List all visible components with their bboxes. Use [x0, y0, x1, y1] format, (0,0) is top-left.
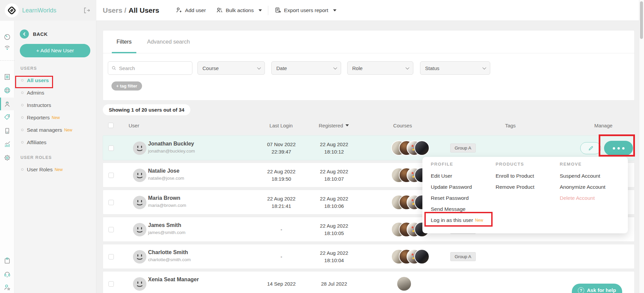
menu-item-log-in-as-this-user[interactable]: Log in as this userNew: [431, 215, 483, 226]
user-name[interactable]: James Smith: [148, 222, 185, 228]
logout-icon[interactable]: [83, 7, 90, 14]
menu-item-reset-password[interactable]: Reset Password: [431, 192, 483, 203]
my-account-clipboard-icon[interactable]: [0, 254, 14, 267]
menu-item-remove-product[interactable]: Remove Product: [496, 181, 534, 192]
row-checkbox[interactable]: [108, 200, 114, 205]
rail-divider: [0, 60, 14, 61]
menu-item-delete-account[interactable]: Delete Account: [560, 192, 605, 203]
sidebar-header: LearnWorlds: [0, 0, 96, 21]
back-button[interactable]: BACK: [20, 30, 96, 39]
header-courses: Courses: [372, 121, 433, 129]
scrollbar-thumb[interactable]: [640, 1, 643, 39]
menu-item-update-password[interactable]: Update Password: [431, 181, 483, 192]
menu-item-enroll-to-product[interactable]: Enroll to Product: [496, 170, 534, 181]
export-users-report-button[interactable]: Export users report: [274, 7, 336, 14]
add-new-user-button[interactable]: + Add New User: [20, 44, 90, 57]
date-dropdown[interactable]: Date: [271, 61, 341, 75]
bulk-actions-button[interactable]: Bulk actions: [216, 7, 262, 14]
user-name[interactable]: Xenia Seat Manager: [148, 277, 199, 283]
row-checkbox[interactable]: [108, 281, 114, 287]
registered-cell: 22 Aug 202218:10:06: [304, 190, 364, 215]
row-checkbox[interactable]: [108, 254, 114, 259]
learnworlds-logo-icon[interactable]: [5, 3, 19, 17]
news-document-icon[interactable]: [0, 70, 14, 83]
row-checkbox[interactable]: [108, 145, 114, 151]
icon-rail: [0, 21, 14, 293]
globe-site-icon[interactable]: [0, 84, 14, 97]
filter-tabs: Filters Advanced search: [103, 31, 634, 53]
header-user[interactable]: User: [129, 121, 139, 129]
tag-chip: Group A: [450, 143, 476, 153]
search-input[interactable]: [119, 65, 189, 71]
support-headset-icon[interactable]: [0, 268, 14, 280]
add-user-button[interactable]: Add user: [175, 7, 206, 14]
table-row[interactable]: Charlotte Smithcharlotte@smith.com - 22 …: [103, 244, 635, 269]
table-row[interactable]: Xenia Seat Manager 14 Sep 2022 28 Jul 20…: [103, 271, 635, 293]
sidebar-item-user-roles[interactable]: User Roles New: [20, 163, 96, 176]
sidebar-item-instructors[interactable]: Instructors: [20, 99, 96, 111]
menu-section-products: PRODUCTS: [496, 162, 534, 167]
avatar: [133, 250, 146, 263]
tag-filter-button[interactable]: + tag filter: [111, 81, 142, 91]
new-badge: New: [64, 128, 72, 132]
menu-item-suspend-account[interactable]: Suspend Account: [560, 170, 605, 181]
broadcast-wifi-icon[interactable]: [0, 41, 14, 54]
header-registered[interactable]: Registered: [304, 121, 364, 129]
sidebar-item-seat-managers[interactable]: Seat managers New: [20, 124, 96, 136]
caret-down-icon: [259, 9, 262, 11]
row-checkbox[interactable]: [108, 173, 114, 178]
tag-chip: Group A: [450, 252, 476, 261]
row-actions-button[interactable]: [604, 141, 633, 156]
row-checkbox[interactable]: [108, 227, 114, 232]
last-login-cell: 22 Aug 202218:19:50: [251, 163, 312, 188]
role-dropdown[interactable]: Role: [347, 61, 413, 75]
last-login-cell: -: [251, 217, 312, 242]
users-person-icon[interactable]: [0, 98, 14, 110]
ask-for-help-button[interactable]: ? Ask for help: [572, 284, 622, 293]
avatar: [133, 169, 146, 182]
back-label: BACK: [33, 32, 48, 37]
search-icon: [111, 65, 116, 71]
sidebar-item-all-users[interactable]: All users: [20, 74, 96, 86]
course-dropdown[interactable]: Course: [197, 61, 265, 75]
header-last-login[interactable]: Last Login: [251, 121, 311, 129]
tags-icon[interactable]: [0, 111, 14, 123]
status-dropdown[interactable]: Status: [420, 61, 490, 75]
menu-item-anonymize-account[interactable]: Anonymize Account: [560, 181, 605, 192]
user-name[interactable]: Jonathan Buckley: [148, 141, 195, 147]
scrollbar-track[interactable]: [639, 0, 644, 293]
mobile-app-icon[interactable]: [0, 124, 14, 137]
menu-item-edit-user[interactable]: Edit User: [431, 170, 483, 181]
header-tags: Tags: [480, 121, 541, 129]
table-header: User Last Login Registered Courses Tags …: [103, 121, 635, 129]
sidebar-item-reporters[interactable]: Reporters New: [20, 111, 96, 124]
select-all-checkbox[interactable]: [108, 123, 113, 128]
topbar: Users / All Users Add user Bulk actions …: [96, 0, 644, 21]
search-box[interactable]: [108, 61, 192, 75]
user-name[interactable]: Natalie Jose: [148, 168, 184, 174]
settings-gear-icon[interactable]: [0, 151, 14, 164]
edit-user-button[interactable]: [580, 142, 601, 154]
bullet-icon: [21, 129, 24, 131]
user-name[interactable]: Charlotte Smith: [148, 249, 191, 255]
chevron-down-icon: [257, 66, 261, 69]
last-login-cell: -: [251, 244, 312, 269]
tab-advanced-search[interactable]: Advanced search: [147, 31, 190, 53]
sidebar-item-affiliates[interactable]: Affiliates: [20, 136, 96, 149]
last-login-cell: 14 Sep 2022: [251, 272, 312, 293]
become-expert-icon[interactable]: [0, 281, 14, 293]
avatar: [133, 141, 146, 155]
bullet-icon: [21, 141, 24, 143]
registered-cell: 22 Aug 202218:10:12: [304, 136, 364, 161]
menu-item-send-message[interactable]: Send Message: [431, 203, 483, 215]
brand-name: LearnWorlds: [22, 7, 83, 14]
breadcrumb-section[interactable]: Users /: [103, 6, 126, 14]
table-row[interactable]: Jonathan Buckleyjonathan@buckley.com 07 …: [103, 135, 635, 160]
user-name[interactable]: Maria Brown: [148, 195, 186, 201]
tab-filters[interactable]: Filters: [117, 31, 132, 53]
last-login-cell: 22 Aug 202218:21:41: [251, 190, 312, 215]
sidebar-item-admins[interactable]: Admins: [20, 86, 96, 99]
section-label-users: USERS: [20, 66, 96, 71]
analytics-chart-icon[interactable]: [0, 138, 14, 151]
people-icon: [216, 7, 223, 14]
